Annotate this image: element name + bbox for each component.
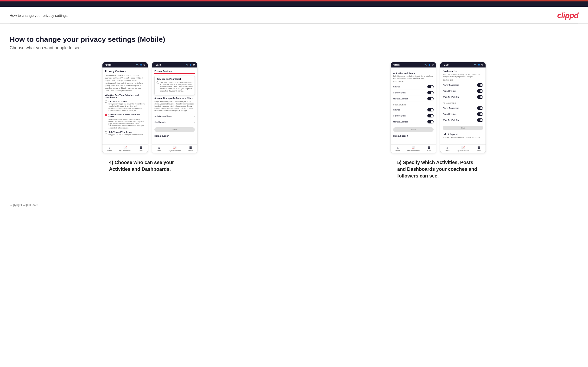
coaches-manual-toggle[interactable] (427, 97, 434, 100)
logo: clippd (557, 11, 578, 20)
screen1-body: Privacy Controls Control how you and you… (103, 67, 148, 144)
screen1-icons: 🔍 👤 ⚙ (136, 64, 145, 66)
user-icon-3[interactable]: 👤 (428, 64, 431, 66)
nav-perf-label-3: My Performance (407, 150, 420, 151)
dashboards-arrow: › (194, 121, 195, 124)
nav-performance-3[interactable]: 📈 My Performance (407, 146, 420, 151)
coaches-drills-toggle[interactable] (427, 91, 434, 94)
caption-right: 5) Specify which Activities, Posts and D… (397, 159, 479, 179)
screen1-back[interactable]: ‹ Back (105, 64, 111, 66)
followers-rounds-label: Rounds (393, 108, 400, 111)
screen1-desc: Control how you and your data appears to… (105, 74, 145, 92)
screen2-phone: ‹ Back 🔍 👤 ⚙ Privacy Controls (152, 62, 198, 153)
search-icon-4[interactable]: 🔍 (474, 64, 477, 66)
nav-home-4[interactable]: ⌂ Home (445, 146, 450, 151)
followers-work-on-toggle[interactable] (477, 118, 483, 122)
screen4-bottom-nav: ⌂ Home 📈 My Performance ☰ Menu (440, 144, 485, 153)
menu-icon-3: ☰ (428, 146, 431, 149)
coaches-work-on-toggle[interactable] (477, 95, 483, 99)
coaches-rounds-toggle[interactable] (427, 85, 434, 88)
screen2-body: Privacy Controls Only You and Your Coach… (152, 67, 197, 144)
followers-drills-label: Practice Drills (393, 115, 406, 117)
settings-icon-2[interactable]: ⚙ (193, 64, 195, 66)
search-icon[interactable]: 🔍 (136, 64, 139, 66)
copyright-text: Copyright Clippd 2022 (10, 203, 38, 207)
followers-manual-toggle[interactable] (427, 120, 434, 124)
screen3-back[interactable]: ‹ Back (393, 64, 400, 66)
screen2-save-btn[interactable]: Save (154, 127, 195, 132)
top-bar (0, 0, 588, 7)
dashboards-link[interactable]: Dashboards › (154, 119, 195, 125)
nav-menu-3[interactable]: ☰ Menu (427, 146, 432, 151)
radio-option-everyone[interactable]: Everyone on Clippd Everyone on Clippd ca… (105, 100, 145, 111)
chart-icon-3: 📈 (412, 146, 415, 149)
screen1-bottom-nav: ⌂ Home 📈 My Performance ☰ Menu (103, 144, 148, 153)
user-icon-2[interactable]: 👤 (189, 64, 192, 66)
nav-performance-4[interactable]: 📈 My Performance (457, 146, 469, 151)
nav-home-3[interactable]: ⌂ Home (395, 146, 400, 151)
nav-home-1[interactable]: ⌂ Home (107, 146, 112, 151)
nav-home-2[interactable]: ⌂ Home (157, 146, 161, 151)
nav-menu-2[interactable]: ☰ Menu (188, 146, 193, 151)
screen2-icons: 🔍 👤 ⚙ (186, 64, 195, 66)
coaches-player-dash-toggle[interactable] (477, 83, 483, 87)
nav-home-label-1: Home (107, 150, 112, 151)
followers-label-4: FOLLOWERS (443, 102, 483, 104)
followers-drills-toggle[interactable] (427, 114, 434, 117)
settings-icon[interactable]: ⚙ (143, 64, 145, 66)
settings-icon-3[interactable]: ⚙ (432, 64, 434, 66)
nav-menu-label-4: Menu (477, 150, 481, 151)
coaches-manual-label: Manual Activities (393, 98, 408, 100)
left-screenshot-group: ‹ Back 🔍 👤 ⚙ Privacy Controls Control ho… (10, 62, 290, 172)
screen4-save-btn[interactable]: Save (443, 126, 483, 130)
popup-text: Only you and the coaches you connect wit… (160, 81, 193, 92)
radio-option-only-you[interactable]: Only You and Your Coach Only you and the… (105, 131, 145, 136)
screen3-topbar: ‹ Back 🔍 👤 ⚙ (391, 62, 436, 67)
followers-player-dash-label: Player Dashboard (443, 107, 459, 109)
nav-menu-label-3: Menu (427, 150, 432, 151)
option2-desc: Only approved followers and coaches you … (108, 118, 145, 129)
followers-player-dash-toggle[interactable] (477, 106, 483, 110)
coaches-round-insights-toggle[interactable] (477, 89, 483, 93)
followers-round-insights-toggle[interactable] (477, 112, 483, 116)
nav-menu-4[interactable]: ☰ Menu (477, 146, 481, 151)
followers-label: FOLLOWERS (393, 104, 434, 106)
screen4-help-desc: Visit our Clippd community to troublesho… (443, 136, 483, 139)
coaches-manual-row: Manual Activities (393, 96, 434, 102)
nav-performance-2[interactable]: 📈 My Performance (169, 146, 181, 151)
followers-drills-row: Practice Drills (393, 113, 434, 119)
screen3-help: Help & Support (393, 135, 434, 137)
screen2-tab[interactable]: Privacy Controls (154, 70, 172, 72)
followers-rounds-row: Rounds (393, 107, 434, 113)
option3-label: Only You and Your Coach (108, 131, 143, 133)
screen3-save-btn[interactable]: Save (393, 127, 434, 132)
nav-menu-1[interactable]: ☰ Menu (139, 146, 143, 151)
screen4-back[interactable]: ‹ Back (443, 64, 449, 66)
screen2-back[interactable]: ‹ Back (154, 64, 161, 66)
search-icon-2[interactable]: 🔍 (186, 64, 188, 66)
coaches-label: COACHES (393, 81, 434, 83)
nav-home-label-2: Home (157, 150, 161, 151)
screen1-topbar: ‹ Back 🔍 👤 ⚙ (103, 62, 148, 67)
nav-perf-label-1: My Performance (119, 150, 131, 151)
followers-manual-row: Manual Activities (393, 119, 434, 125)
home-icon-4: ⌂ (446, 146, 448, 149)
popup-box: Only You and Your Coach Only you and the… (154, 76, 195, 95)
screen2-help: Help & Support (154, 135, 195, 137)
followers-manual-label: Manual Activities (393, 121, 408, 123)
home-icon-2: ⌂ (158, 146, 160, 149)
followers-rounds-toggle[interactable] (427, 108, 434, 111)
screen4-desc: Select the dashboards that you'd like to… (443, 73, 483, 78)
radio-circle-only-you (105, 131, 107, 133)
activities-link[interactable]: Activities and Posts › (154, 113, 195, 119)
settings-icon-4[interactable]: ⚙ (481, 64, 483, 66)
nav-performance-1[interactable]: 📈 My Performance (119, 146, 131, 151)
show-hide-title: Show or hide specific features in Clippd (154, 97, 195, 100)
search-icon-3[interactable]: 🔍 (424, 64, 427, 66)
user-icon[interactable]: 👤 (140, 64, 142, 66)
user-icon-4[interactable]: 👤 (478, 64, 480, 66)
coaches-drills-row: Practice Drills (393, 90, 434, 96)
radio-option-followers[interactable]: Only Approved Followers and Your Coach O… (105, 113, 145, 129)
screen1-section-title: Who Can See Your Activities and Dashboar… (105, 94, 145, 99)
coaches-player-dash-label: Player Dashboard (443, 84, 459, 86)
